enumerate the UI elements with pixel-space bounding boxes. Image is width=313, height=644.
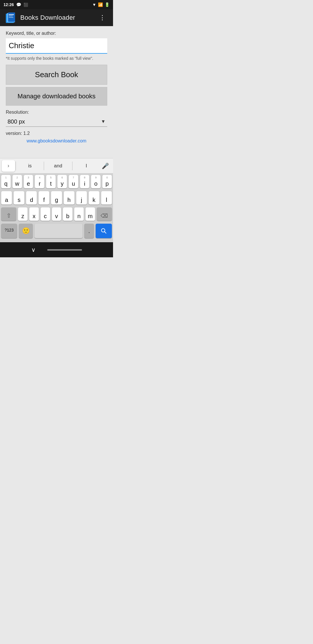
- numbers-key[interactable]: ?123: [1, 224, 17, 238]
- svg-rect-3: [9, 14, 14, 15]
- manage-downloads-button[interactable]: Manage downloaded books: [6, 87, 107, 106]
- website-link[interactable]: www.gbooksdownloader.com: [6, 138, 107, 144]
- key-r[interactable]: 4r: [35, 175, 44, 188]
- divider: [16, 162, 16, 170]
- status-left: 12:26 💬 ⬛: [3, 2, 28, 7]
- keyboard-row-1: 1q 2w 3e 4r 5t 6y 7u 8i 9o 0p: [1, 175, 112, 188]
- search-icon: [100, 227, 107, 234]
- key-s[interactable]: s: [14, 191, 24, 205]
- key-y[interactable]: 6y: [57, 175, 67, 188]
- main-content: Keyword, title, or author: *It supports …: [0, 26, 113, 158]
- resolution-select[interactable]: 400 px 600 px 800 px 1000 px 1200 px: [6, 117, 107, 126]
- key-v[interactable]: v: [52, 207, 61, 221]
- keyboard-row-2: a s d f g h j k l: [1, 191, 112, 205]
- emoji-key[interactable]: 🙂: [19, 224, 33, 238]
- key-u[interactable]: 7u: [69, 175, 78, 188]
- suggestions-expand-button[interactable]: ›: [2, 160, 15, 172]
- hint-text: *It supports only the books marked as "f…: [6, 56, 107, 61]
- key-j[interactable]: j: [76, 191, 87, 205]
- key-h[interactable]: h: [64, 191, 74, 205]
- search-input[interactable]: [6, 38, 107, 53]
- resolution-select-wrapper[interactable]: 400 px 600 px 800 px 1000 px 1200 px ▼: [6, 117, 107, 127]
- key-g[interactable]: g: [51, 191, 62, 205]
- screen-record-icon: ⬛: [23, 3, 28, 7]
- wifi-icon: ▼: [92, 2, 96, 7]
- key-n[interactable]: n: [74, 207, 84, 221]
- overflow-menu-icon[interactable]: ⋮: [97, 13, 108, 23]
- whatsapp-icon: 💬: [16, 2, 21, 7]
- app-toolbar: Books Downloader ⋮: [0, 9, 113, 26]
- shift-key[interactable]: ⇧: [1, 207, 16, 221]
- keyboard-row-3: ⇧ z x c v b n m ⌫: [1, 207, 112, 221]
- keyboard: 1q 2w 3e 4r 5t 6y 7u 8i 9o 0p a s d f g …: [0, 173, 113, 242]
- suggestion-I[interactable]: I: [73, 160, 100, 172]
- suggestion-and[interactable]: and: [45, 160, 71, 172]
- status-time: 12:26: [3, 2, 14, 7]
- search-input-wrapper[interactable]: [6, 38, 107, 54]
- key-i[interactable]: 8i: [80, 175, 90, 188]
- back-chevron-icon[interactable]: ∨: [31, 246, 36, 253]
- microphone-icon[interactable]: 🎤: [100, 162, 111, 169]
- status-bar: 12:26 💬 ⬛ ▼ 📶 🔋: [0, 0, 113, 9]
- key-k[interactable]: k: [89, 191, 99, 205]
- toolbar-title: Books Downloader: [20, 14, 75, 21]
- key-f[interactable]: f: [39, 191, 49, 205]
- divider: [72, 162, 72, 170]
- key-x[interactable]: x: [29, 207, 39, 221]
- navigation-bar: ∨: [0, 242, 113, 257]
- svg-rect-4: [9, 16, 13, 16]
- svg-rect-5: [9, 17, 13, 18]
- keyword-label: Keyword, title, or author:: [6, 31, 107, 36]
- version-text: version: 1.2: [6, 131, 107, 136]
- key-o[interactable]: 9o: [91, 175, 101, 188]
- suggestion-is[interactable]: is: [17, 160, 43, 172]
- status-right: ▼ 📶 🔋: [92, 2, 110, 7]
- search-book-button[interactable]: Search Book: [6, 65, 107, 85]
- key-e[interactable]: 3e: [24, 175, 33, 188]
- key-m[interactable]: m: [85, 207, 95, 221]
- divider: [44, 162, 44, 170]
- key-p[interactable]: 0p: [102, 175, 112, 188]
- key-z[interactable]: z: [18, 207, 28, 221]
- toolbar-left: Books Downloader: [5, 12, 75, 23]
- key-l[interactable]: l: [101, 191, 112, 205]
- battery-icon: 🔋: [105, 2, 110, 7]
- key-w[interactable]: 2w: [12, 175, 22, 188]
- key-q[interactable]: 1q: [1, 175, 11, 188]
- key-a[interactable]: a: [1, 191, 12, 205]
- keyboard-search-button[interactable]: [96, 224, 112, 238]
- key-t[interactable]: 5t: [46, 175, 56, 188]
- key-c[interactable]: c: [41, 207, 50, 221]
- keyboard-row-4: ?123 🙂 .: [1, 224, 112, 238]
- keyboard-suggestions-bar: › is and I 🎤: [0, 158, 113, 173]
- period-key[interactable]: .: [84, 224, 94, 238]
- home-indicator[interactable]: [47, 249, 82, 251]
- space-key[interactable]: [34, 224, 83, 238]
- svg-line-7: [105, 232, 106, 234]
- backspace-key[interactable]: ⌫: [97, 207, 112, 221]
- resolution-label: Resolution:: [6, 110, 107, 115]
- app-logo-icon: [5, 12, 16, 23]
- key-d[interactable]: d: [26, 191, 37, 205]
- signal-icon: 📶: [98, 2, 103, 7]
- key-b[interactable]: b: [63, 207, 72, 221]
